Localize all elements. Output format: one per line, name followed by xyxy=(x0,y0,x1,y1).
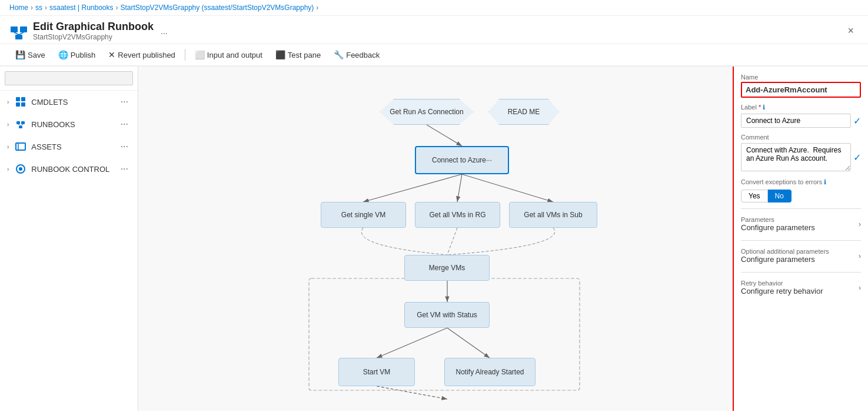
retry-row[interactable]: Retry behavior Configure retry behavior … xyxy=(741,277,861,298)
label-required-indicator: * xyxy=(759,104,761,111)
node-label-get-all-vms-sub: Get all VMs in Sub xyxy=(524,211,582,219)
node-get-all-vms-sub[interactable]: Get all VMs in Sub xyxy=(509,202,597,228)
svg-line-3 xyxy=(14,32,19,35)
retry-section: Retry behavior Configure retry behavior … xyxy=(741,272,861,298)
name-field-label: Name xyxy=(741,74,861,81)
node-label-get-single-vm: Get single VM xyxy=(341,211,385,219)
breadcrumb-ss[interactable]: ss xyxy=(35,4,42,12)
svg-line-22 xyxy=(462,174,553,202)
optional-params-row[interactable]: Optional additional parameters Configure… xyxy=(741,245,861,266)
svg-rect-11 xyxy=(19,126,22,128)
convert-info-icon[interactable]: ℹ xyxy=(824,178,826,185)
search-input[interactable] xyxy=(5,71,133,85)
parameters-row[interactable]: Parameters Configure parameters › xyxy=(741,214,861,234)
svg-rect-9 xyxy=(16,121,20,124)
runbooks-more-button[interactable]: ··· xyxy=(118,118,131,131)
node-label-start-vm: Start VM xyxy=(363,368,391,376)
breadcrumb-home[interactable]: Home xyxy=(9,4,28,12)
save-button[interactable]: 💾 Save xyxy=(9,47,51,63)
breadcrumb: Home › ss › ssaatest | Runbooks › StartS… xyxy=(0,0,868,16)
label-input[interactable] xyxy=(741,114,851,128)
node-get-run-as[interactable]: Get Run As Connection xyxy=(380,99,474,125)
chevron-right-icon-3: › xyxy=(7,144,9,150)
runbook-control-more-button[interactable]: ··· xyxy=(118,162,131,175)
runbook-icon xyxy=(9,22,28,41)
sidebar: › CMDLETS ··· › xyxy=(0,67,138,411)
svg-rect-8 xyxy=(21,102,25,107)
sidebar-item-cmdlets[interactable]: › CMDLETS ··· xyxy=(0,91,138,113)
input-output-button[interactable]: ⬜ Input and output xyxy=(189,47,268,63)
svg-line-26 xyxy=(377,386,447,399)
breadcrumb-runbook[interactable]: StartStopV2VMsGrapphy (ssaatest/StartSto… xyxy=(121,4,314,12)
svg-rect-6 xyxy=(21,97,25,101)
svg-rect-5 xyxy=(16,97,20,101)
breadcrumb-runbooks[interactable]: ssaatest | Runbooks xyxy=(49,4,114,12)
node-read-me[interactable]: READ ME xyxy=(488,99,559,125)
parameters-chevron-icon: › xyxy=(859,220,861,228)
publish-label: Publish xyxy=(71,51,96,59)
optional-params-label: Optional additional parameters xyxy=(741,248,829,255)
test-pane-icon: ⬛ xyxy=(275,50,285,59)
sidebar-item-assets[interactable]: › ASSETS ··· xyxy=(0,135,138,158)
node-label-get-run-as: Get Run As Connection xyxy=(390,108,463,116)
svg-line-25 xyxy=(447,328,490,358)
optional-params-value: Configure parameters xyxy=(741,255,829,264)
node-notify-started[interactable]: Notify Already Started xyxy=(444,358,536,386)
svg-line-24 xyxy=(377,328,447,358)
close-button[interactable]: × xyxy=(843,22,859,39)
input-output-label: Input and output xyxy=(207,51,262,59)
node-connect-azure[interactable]: Connect to Azure··· xyxy=(415,146,509,174)
comment-input-row: Connect with Azure. Requires an Azure Ru… xyxy=(741,143,861,171)
optional-params-chevron-icon: › xyxy=(859,252,861,260)
sidebar-item-runbook-control[interactable]: › RUNBOOK CONTROL ··· xyxy=(0,158,138,180)
cmdlets-icon xyxy=(15,96,26,108)
test-pane-button[interactable]: ⬛ Test pane xyxy=(270,47,327,63)
assets-more-button[interactable]: ··· xyxy=(118,140,131,153)
runbooks-icon xyxy=(15,118,26,130)
retry-content: Retry behavior Configure retry behavior xyxy=(741,280,823,296)
chevron-right-icon-2: › xyxy=(7,121,9,128)
node-merge-vms[interactable]: Merge VMs xyxy=(404,255,490,281)
svg-rect-1 xyxy=(20,26,27,32)
cmdlets-label: CMDLETS xyxy=(31,98,113,107)
label-confirm-icon[interactable]: ✓ xyxy=(853,115,861,127)
comment-confirm-icon[interactable]: ✓ xyxy=(853,152,861,163)
toggle-no-button[interactable]: No xyxy=(768,190,791,202)
toggle-yes-button[interactable]: Yes xyxy=(741,190,768,202)
cmdlets-more-button[interactable]: ··· xyxy=(118,95,131,108)
svg-line-21 xyxy=(457,174,462,202)
node-get-single-vm[interactable]: Get single VM xyxy=(321,202,406,228)
assets-label: ASSETS xyxy=(31,142,113,151)
page-header: Edit Graphical Runbook StartStopV2VMsGra… xyxy=(0,16,868,44)
assets-icon xyxy=(15,141,26,152)
node-get-vm-status[interactable]: Get VM with Status xyxy=(404,302,490,328)
revert-button[interactable]: ✕ Revert published xyxy=(102,47,181,63)
node-get-all-vms-rg[interactable]: Get all VMs in RG xyxy=(415,202,500,228)
comment-textarea[interactable]: Connect with Azure. Requires an Azure Ru… xyxy=(741,143,851,171)
sidebar-item-runbooks[interactable]: › RUNBOOKS ··· xyxy=(0,113,138,135)
sidebar-search-area xyxy=(0,67,138,91)
node-label-read-me: READ ME xyxy=(508,108,540,116)
node-label-notify-started: Notify Already Started xyxy=(455,368,524,376)
node-start-vm[interactable]: Start VM xyxy=(338,358,415,386)
toolbar: 💾 Save 🌐 Publish ✕ Revert published ⬜ In… xyxy=(0,44,868,67)
header-more-button[interactable]: ... xyxy=(161,26,168,36)
runbooks-label: RUNBOOKS xyxy=(31,120,113,129)
save-icon: 💾 xyxy=(15,50,25,59)
label-info-icon[interactable]: ℹ xyxy=(763,104,765,111)
comment-field-label: Comment xyxy=(741,134,861,141)
right-panel: Name Add-AzureRmAccount Label * ℹ ✓ Comm… xyxy=(733,67,868,411)
feedback-button[interactable]: 🔧 Feedback xyxy=(328,47,385,63)
page-subtitle: StartStopV2VMsGrapphy xyxy=(33,33,154,41)
retry-value: Configure retry behavior xyxy=(741,287,823,296)
name-field-value: Add-AzureRmAccount xyxy=(741,82,861,98)
feedback-icon: 🔧 xyxy=(334,50,344,59)
publish-button[interactable]: 🌐 Publish xyxy=(52,47,102,63)
label-input-row: ✓ xyxy=(741,114,861,128)
toggle-group: Yes No xyxy=(741,190,861,202)
parameters-content: Parameters Configure parameters xyxy=(741,216,815,232)
parameters-label: Parameters xyxy=(741,216,815,223)
input-output-icon: ⬜ xyxy=(195,50,205,59)
svg-rect-10 xyxy=(21,121,25,124)
page-title: Edit Graphical Runbook xyxy=(33,21,154,33)
